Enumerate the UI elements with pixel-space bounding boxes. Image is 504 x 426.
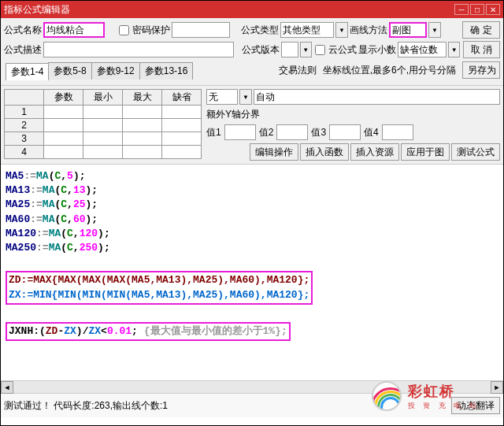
formula-name-input[interactable]: [43, 22, 105, 38]
extra-y-label: 额外Y轴分界: [206, 109, 260, 120]
val2-input[interactable]: [276, 124, 308, 140]
tab-params-1-4[interactable]: 参数1-4: [6, 63, 49, 80]
desc-input[interactable]: [43, 42, 234, 57]
ver-dropdown[interactable]: ▼: [300, 42, 312, 57]
draw-dropdown[interactable]: ▼: [428, 22, 441, 38]
insert-res-button[interactable]: 插入资源: [350, 143, 399, 161]
rainbow-icon: [372, 381, 402, 411]
type-dropdown[interactable]: ▼: [335, 22, 348, 38]
params-table: 参数最小最大缺省 1 2 3 4: [4, 89, 202, 159]
coord-label: 坐标线位置,最多6个,用分号分隔: [323, 64, 456, 77]
ver-label: 公式版本: [242, 43, 280, 57]
disp-input[interactable]: [398, 42, 447, 57]
watermark: 彩虹桥 投 资 充 电 站: [372, 381, 480, 411]
type-label: 公式类型: [241, 24, 279, 37]
scroll-right-icon[interactable]: ►: [491, 381, 503, 394]
window-title: 指标公式编辑器: [4, 3, 70, 17]
apply-chart-button[interactable]: 应用于图: [401, 143, 450, 161]
insert-func-button[interactable]: 插入函数: [300, 143, 349, 161]
cloud-label: 云公式: [328, 43, 357, 57]
watermark-subtitle: 投 资 充 电 站: [408, 401, 480, 411]
highlight-zd-zx: ZD:=MAX{MAX(MAX(MAX(MA5,MA13),MA25),MA60…: [6, 271, 313, 304]
coord-input[interactable]: [254, 89, 500, 105]
ok-button[interactable]: 确 定: [462, 21, 500, 39]
edit-op-button[interactable]: 编辑操作: [250, 143, 298, 161]
cancel-button[interactable]: 取 消: [463, 41, 500, 58]
val4-input[interactable]: [382, 124, 413, 140]
draw-input[interactable]: [389, 22, 427, 38]
ver-input[interactable]: [281, 42, 298, 57]
highlight-jxnh: JXNH:(ZD-ZX)/ZX<0.01; {最大值与最小值的差小于1%};: [6, 322, 291, 341]
rule-dropdown[interactable]: ▼: [239, 89, 252, 105]
param-cell[interactable]: [44, 106, 83, 119]
close-icon[interactable]: ✕: [486, 4, 500, 15]
tab-params-9-12[interactable]: 参数9-12: [91, 62, 140, 80]
disp-dropdown[interactable]: ▼: [448, 42, 460, 57]
draw-label: 画线方法: [350, 24, 387, 37]
rule-label: 交易法则: [279, 64, 317, 77]
protect-input[interactable]: [172, 22, 230, 38]
code-editor[interactable]: MA5:=MA(C,5); MA13:=MA(C,13); MA25:=MA(C…: [1, 165, 503, 380]
saveas-button[interactable]: 另存为: [462, 61, 500, 79]
cloud-checkbox[interactable]: [315, 45, 325, 55]
password-protect-checkbox[interactable]: [119, 25, 129, 35]
rule-select[interactable]: [206, 89, 238, 105]
protect-label: 密码保护: [132, 24, 170, 37]
titlebar: 指标公式编辑器 ─ □ ✕: [1, 1, 503, 18]
tab-params-5-8[interactable]: 参数5-8: [48, 62, 91, 80]
type-input[interactable]: [280, 22, 334, 38]
scroll-left-icon[interactable]: ◄: [1, 381, 13, 394]
maximize-icon[interactable]: □: [470, 4, 484, 15]
test-formula-button[interactable]: 测试公式: [451, 143, 500, 161]
val1-input[interactable]: [224, 124, 256, 140]
name-label: 公式名称: [4, 24, 42, 37]
desc-label: 公式描述: [4, 43, 42, 57]
watermark-title: 彩虹桥: [408, 382, 480, 401]
disp-label: 显示小数: [358, 43, 396, 57]
tab-params-13-16[interactable]: 参数13-16: [139, 62, 194, 80]
minimize-icon[interactable]: ─: [454, 4, 469, 15]
val3-input[interactable]: [329, 124, 361, 140]
